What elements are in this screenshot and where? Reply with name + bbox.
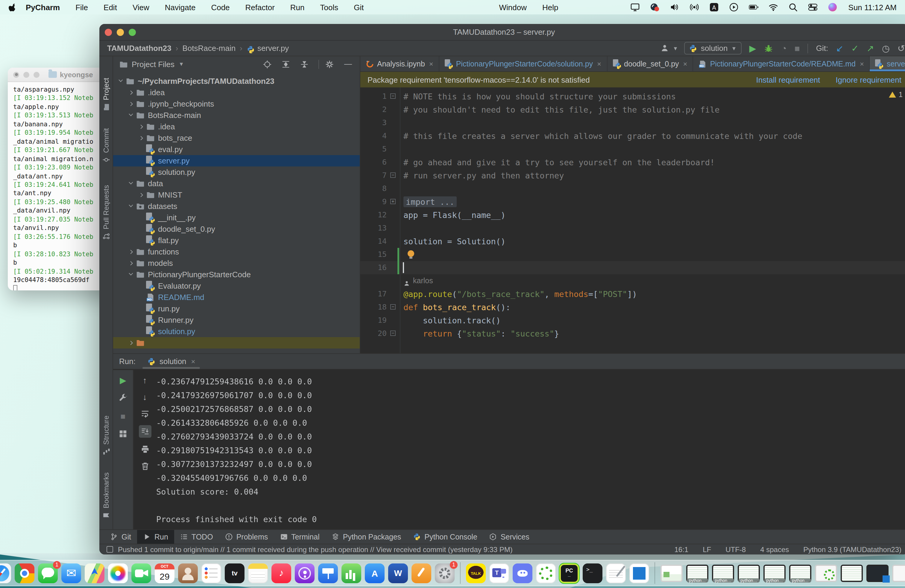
dock-app-numbers[interactable] (341, 563, 361, 583)
volume-icon[interactable] (670, 2, 680, 12)
status-widget[interactable]: 4 spaces (760, 545, 789, 553)
dock-app-notes[interactable] (248, 563, 268, 583)
dock-app-messages[interactable]: 1 (38, 563, 58, 583)
inspections-widget[interactable]: 1 (889, 91, 903, 99)
code-with-me-icon[interactable]: ▼ (660, 44, 678, 53)
stripe-tab-project[interactable]: Project (99, 78, 113, 111)
banner-link-ignore-requirement[interactable]: Ignore requirement (835, 75, 902, 84)
control-center-icon[interactable] (808, 2, 818, 12)
tree-row[interactable]: Evaluator.py (113, 280, 360, 292)
clear-console-icon[interactable] (140, 461, 150, 471)
fold-marker-icon[interactable]: − (390, 331, 395, 336)
chevron-down-icon[interactable] (128, 203, 133, 209)
stripe-tab-pull-requests[interactable]: Pull Requests (99, 185, 113, 240)
dock-minimized-window-term[interactable]: python… (764, 564, 786, 582)
tool-window-button-problems[interactable]: Problems (219, 530, 274, 544)
tree-row[interactable]: flat.py (113, 235, 360, 246)
git-rollback-icon[interactable]: ↺ (897, 44, 905, 53)
dock-minimized-window-vscode[interactable] (866, 564, 889, 582)
stop-button[interactable]: ■ (118, 411, 128, 421)
rerun-button[interactable]: ▶ (118, 375, 128, 385)
dock-app-podcasts[interactable] (295, 563, 314, 583)
tool-window-button-python-console[interactable]: Python Console (407, 530, 483, 544)
tree-row[interactable]: server.py (113, 155, 360, 167)
dock-app-vscode[interactable] (629, 563, 649, 583)
run-button[interactable]: ▶ (749, 44, 756, 53)
collapse-all-icon[interactable] (300, 60, 309, 68)
tree-row[interactable]: bots_race (113, 132, 360, 144)
minimize-button[interactable] (117, 29, 124, 36)
zoom-button[interactable] (33, 72, 40, 78)
git-commit-button[interactable]: ✓ (851, 44, 859, 53)
chevron-down-icon[interactable] (128, 181, 133, 186)
menu-item-view[interactable]: View (133, 3, 149, 12)
tab-README.md[interactable]: MDPictionaryPlungerStarterCode/README.md… (694, 56, 870, 71)
tree-row[interactable]: solution.py (113, 167, 360, 178)
tab-server.py[interactable]: server.py (870, 56, 905, 71)
fold-marker-icon[interactable]: − (390, 172, 395, 178)
chevron-right-icon[interactable] (128, 340, 133, 345)
down-stack-trace-icon[interactable]: ↓ (140, 392, 150, 402)
debug-button[interactable] (764, 43, 773, 53)
dock-app-safari[interactable] (0, 563, 11, 583)
tree-row[interactable]: data (113, 178, 360, 189)
print-icon[interactable] (140, 444, 150, 455)
tree-row[interactable]: .ipynb_checkpoints (113, 98, 360, 110)
run-tab-solution[interactable]: solution × (145, 354, 198, 369)
play-circle-icon[interactable] (729, 2, 739, 12)
tab-Analysis.ipynb[interactable]: Analysis.ipynb× (360, 56, 439, 71)
close-button[interactable] (105, 29, 112, 36)
dock-app-discord[interactable] (513, 563, 532, 583)
dock-app-appstore[interactable]: A (365, 563, 384, 583)
menu-item-file[interactable]: File (75, 3, 88, 12)
tree-row[interactable]: datasets (113, 200, 360, 212)
notification-icon[interactable] (650, 2, 660, 12)
dock-minimized-window-term[interactable]: python… (738, 564, 760, 582)
status-widget[interactable]: 16:1 (674, 545, 688, 553)
menu-item-run[interactable]: Run (290, 3, 305, 12)
git-update-button[interactable]: ↙ (836, 44, 843, 53)
close-button[interactable] (13, 72, 19, 78)
close-icon[interactable]: × (683, 60, 687, 68)
dock-app-maps[interactable] (85, 563, 105, 583)
tree-row[interactable]: BotsRace-main (113, 110, 360, 121)
menu-item-window[interactable]: Window (499, 3, 527, 12)
close-icon[interactable]: × (860, 60, 864, 68)
git-push-button[interactable]: ↗ (867, 44, 874, 53)
dock-app-mail[interactable] (61, 563, 81, 583)
menu-item-edit[interactable]: Edit (103, 3, 117, 12)
tree-row[interactable]: solution.py (113, 326, 360, 337)
dock-app-word[interactable]: W (388, 563, 408, 583)
chevron-down-icon[interactable] (128, 272, 133, 277)
tree-row[interactable]: .idea (113, 87, 360, 98)
zoom-button[interactable] (129, 29, 136, 36)
tree-row[interactable]: doodle_set_0.py (113, 223, 360, 235)
dock-minimized-window-web[interactable] (660, 564, 683, 582)
tool-window-button-terminal[interactable]: Terminal (274, 530, 325, 544)
run-console-output[interactable]: -0.23674791259438616 0.0 0.0 0.0-0.24179… (156, 370, 905, 529)
menu-clock[interactable]: Sun 11:12 AM (848, 3, 897, 12)
dock-app-reminders[interactable] (202, 563, 221, 583)
chevron-right-icon[interactable] (128, 101, 133, 106)
dock-app-chrome[interactable] (15, 563, 35, 583)
chevron-right-icon[interactable] (138, 135, 144, 141)
dashboard-icon[interactable] (118, 429, 128, 439)
wifi-icon[interactable] (769, 2, 778, 12)
dock-app-textedit[interactable] (606, 563, 626, 583)
banner-link-install-requirement[interactable]: Install requirement (756, 75, 820, 84)
code-editor[interactable]: 1−# NOTE this is how you should structur… (360, 87, 905, 353)
battery-icon[interactable] (749, 2, 759, 12)
dock-minimized-window-safari[interactable] (892, 564, 905, 582)
search-icon[interactable] (789, 2, 798, 12)
event-log-icon[interactable] (106, 546, 113, 553)
tool-window-button-services[interactable]: Services (483, 530, 535, 544)
dock-app-facetime[interactable] (132, 563, 151, 583)
dock-app-settings[interactable]: 1 (435, 563, 455, 583)
tree-row[interactable] (113, 337, 360, 348)
close-icon[interactable]: × (191, 357, 195, 366)
dock-app-pages[interactable] (411, 563, 431, 583)
fold-marker-icon[interactable]: + (390, 199, 395, 204)
project-view-select[interactable]: Project Files (132, 60, 175, 68)
minimize-button[interactable] (23, 72, 29, 78)
tree-row[interactable]: run.py (113, 303, 360, 315)
